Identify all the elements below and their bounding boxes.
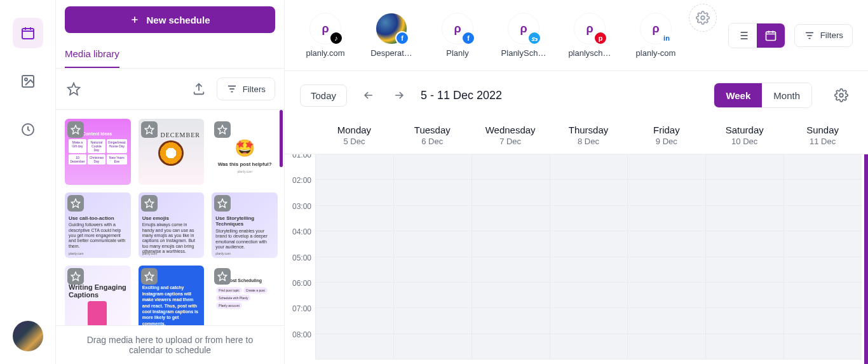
media-item[interactable]: Auto Post SchedulingFind post topicCreat… bbox=[212, 266, 278, 325]
time-slot[interactable] bbox=[316, 283, 393, 308]
day-column[interactable] bbox=[783, 154, 862, 360]
favorite-toggle[interactable] bbox=[67, 195, 84, 212]
time-slot[interactable] bbox=[394, 257, 471, 283]
time-slot[interactable] bbox=[472, 308, 550, 334]
media-item[interactable]: Use Storytelling TechniquesStorytelling … bbox=[212, 192, 278, 259]
time-slot[interactable] bbox=[628, 283, 705, 308]
time-slot[interactable] bbox=[628, 257, 705, 283]
user-avatar[interactable] bbox=[13, 321, 43, 351]
time-slot[interactable] bbox=[394, 206, 471, 231]
next-week-button[interactable] bbox=[390, 86, 408, 104]
time-slot[interactable] bbox=[550, 257, 628, 283]
time-slot[interactable] bbox=[394, 231, 471, 257]
time-slot[interactable] bbox=[394, 180, 471, 205]
time-slot[interactable] bbox=[628, 154, 705, 180]
media-item[interactable]: Media Content IdeasMake a Gift dayNation… bbox=[65, 119, 131, 185]
calendar-nav-icon[interactable] bbox=[13, 18, 43, 48]
new-schedule-button[interactable]: New schedule bbox=[65, 6, 275, 33]
time-slot[interactable] bbox=[316, 334, 393, 360]
calendar-view-button[interactable] bbox=[757, 24, 785, 48]
month-toggle[interactable]: Month bbox=[762, 83, 811, 107]
time-slot[interactable] bbox=[394, 154, 471, 180]
time-slot[interactable] bbox=[628, 231, 705, 257]
favorite-toggle[interactable] bbox=[141, 268, 158, 285]
time-slot[interactable] bbox=[628, 334, 705, 360]
time-slot[interactable] bbox=[394, 308, 471, 334]
prev-week-button[interactable] bbox=[360, 86, 377, 104]
media-filters-button[interactable]: Filters bbox=[217, 78, 275, 100]
time-slot[interactable] bbox=[706, 180, 783, 205]
time-slot[interactable] bbox=[784, 154, 862, 180]
favorite-toggle[interactable] bbox=[141, 195, 158, 212]
time-slot[interactable] bbox=[706, 154, 783, 180]
time-slot[interactable] bbox=[550, 231, 628, 257]
time-slot[interactable] bbox=[706, 308, 783, 334]
favorite-toggle[interactable] bbox=[214, 121, 231, 138]
time-slot[interactable] bbox=[550, 283, 628, 308]
time-slot[interactable] bbox=[784, 206, 862, 231]
favorites-icon[interactable] bbox=[65, 80, 83, 98]
media-grid-scroll[interactable]: Media Content IdeasMake a Gift dayNation… bbox=[56, 110, 284, 325]
time-slot[interactable] bbox=[316, 257, 393, 283]
favorite-toggle[interactable] bbox=[67, 121, 84, 138]
favorite-toggle[interactable] bbox=[141, 121, 158, 138]
account-item[interactable]: fDesperat… bbox=[366, 13, 417, 58]
favorite-toggle[interactable] bbox=[67, 268, 84, 285]
time-slot[interactable] bbox=[628, 308, 705, 334]
time-slot[interactable] bbox=[784, 308, 862, 334]
time-slot[interactable] bbox=[550, 308, 628, 334]
account-item[interactable]: ρfPlanly bbox=[432, 13, 483, 58]
time-slot[interactable] bbox=[394, 283, 471, 308]
time-slot[interactable] bbox=[472, 231, 550, 257]
time-slot[interactable] bbox=[472, 334, 550, 360]
tab-media-library[interactable]: Media library bbox=[65, 41, 119, 68]
time-slot[interactable] bbox=[550, 154, 628, 180]
time-slot[interactable] bbox=[316, 180, 393, 205]
list-view-button[interactable] bbox=[729, 24, 757, 48]
day-column[interactable] bbox=[705, 154, 783, 360]
history-nav-icon[interactable] bbox=[13, 114, 43, 145]
time-slot[interactable] bbox=[784, 257, 862, 283]
time-slot[interactable] bbox=[784, 334, 862, 360]
media-item[interactable]: Use call-too-actionGuiding followers wit… bbox=[65, 192, 131, 259]
time-slot[interactable] bbox=[784, 180, 862, 205]
time-slot[interactable] bbox=[472, 180, 550, 205]
media-item[interactable]: hello DECEMBER bbox=[139, 119, 205, 185]
time-slot[interactable] bbox=[784, 283, 862, 308]
media-item[interactable]: Use emojisEmojis always come in handy an… bbox=[139, 192, 205, 259]
favorite-toggle[interactable] bbox=[214, 268, 231, 285]
media-item[interactable]: Exciting and catchy Instagram captions w… bbox=[139, 266, 205, 325]
upload-icon[interactable] bbox=[190, 80, 208, 98]
day-column[interactable] bbox=[393, 154, 471, 360]
time-slot[interactable] bbox=[550, 334, 628, 360]
day-column[interactable] bbox=[550, 154, 628, 360]
account-item[interactable]: ρ♪planly.com bbox=[300, 13, 351, 58]
time-slot[interactable] bbox=[784, 231, 862, 257]
media-item[interactable]: 🤩Was this post helpful?planly.com bbox=[212, 119, 278, 185]
time-slot[interactable] bbox=[706, 206, 783, 231]
time-slot[interactable] bbox=[550, 180, 628, 205]
time-slot[interactable] bbox=[316, 206, 393, 231]
favorite-toggle[interactable] bbox=[214, 195, 231, 212]
day-column[interactable] bbox=[627, 154, 705, 360]
calendar-body-scroll[interactable]: 01:0002:0003:0004:0005:0006:0007:0008:00 bbox=[285, 154, 868, 364]
time-slot[interactable] bbox=[706, 231, 783, 257]
time-slot[interactable] bbox=[316, 308, 393, 334]
today-button[interactable]: Today bbox=[300, 84, 347, 107]
time-slot[interactable] bbox=[706, 283, 783, 308]
day-column[interactable] bbox=[471, 154, 550, 360]
image-nav-icon[interactable] bbox=[13, 66, 43, 97]
time-slot[interactable] bbox=[472, 154, 550, 180]
time-slot[interactable] bbox=[472, 257, 550, 283]
time-slot[interactable] bbox=[316, 231, 393, 257]
calendar-settings-button[interactable] bbox=[830, 84, 853, 107]
time-slot[interactable] bbox=[472, 283, 550, 308]
time-slot[interactable] bbox=[550, 206, 628, 231]
media-item[interactable]: guide to:Writing Engaging Captions bbox=[65, 266, 131, 325]
time-slot[interactable] bbox=[628, 180, 705, 205]
calendar-filters-button[interactable]: Filters bbox=[794, 24, 853, 47]
account-item[interactable]: ρ𐦐PlanlySch… bbox=[498, 13, 549, 58]
time-slot[interactable] bbox=[316, 154, 393, 180]
time-slot[interactable] bbox=[706, 334, 783, 360]
account-item[interactable]: ρpplanlysch… bbox=[564, 13, 615, 58]
